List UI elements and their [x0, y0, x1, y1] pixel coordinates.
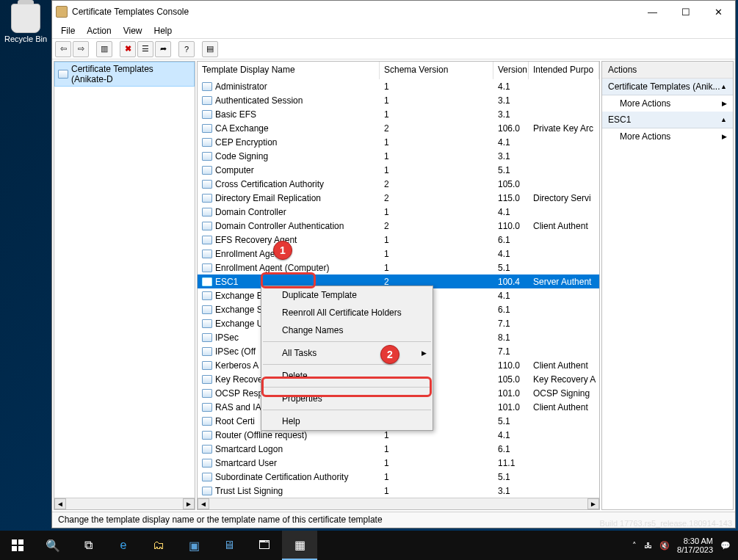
- context-menu-item[interactable]: Duplicate Template: [261, 286, 433, 304]
- template-schema: 2: [380, 179, 493, 189]
- certificate-templates-window: Certificate Templates Console — ☐ ✕ File…: [51, 0, 736, 528]
- clock[interactable]: 8:30 AM 8/17/2023: [677, 537, 713, 554]
- close-button[interactable]: ✕: [702, 1, 735, 23]
- show-hide-button[interactable]: ▥: [96, 41, 112, 57]
- minimize-button[interactable]: —: [636, 1, 669, 23]
- menu-file[interactable]: File: [55, 24, 81, 37]
- template-name: Trust List Signing: [215, 486, 283, 496]
- template-schema: 1: [380, 151, 493, 161]
- context-menu-item[interactable]: Delete: [261, 367, 433, 385]
- explorer-icon[interactable]: 🗂: [141, 531, 176, 560]
- actions-more-1[interactable]: More Actions ▶: [602, 95, 733, 112]
- table-row[interactable]: EFS Recovery Agent16.1: [198, 233, 599, 247]
- app1-icon[interactable]: ▣: [176, 531, 211, 560]
- task-view-icon[interactable]: ⧉: [70, 531, 106, 560]
- callout-badge-1: 1: [273, 241, 292, 260]
- table-row[interactable]: Cross Certification Authority2105.0: [198, 177, 599, 191]
- network-icon[interactable]: 🖧: [644, 541, 652, 550]
- template-purpose: Key Recovery A: [529, 374, 599, 385]
- table-row[interactable]: Enrollment Agent14.1: [198, 247, 599, 261]
- extra-button[interactable]: ▤: [202, 41, 218, 57]
- context-menu-item[interactable]: Properties: [261, 390, 433, 407]
- context-menu-item[interactable]: Change Names: [261, 321, 433, 339]
- certificate-icon: [202, 375, 212, 384]
- app3-icon[interactable]: 🗔: [247, 531, 282, 560]
- ie-icon[interactable]: e: [106, 531, 141, 560]
- table-row[interactable]: Domain Controller14.1: [198, 205, 599, 219]
- table-row[interactable]: Directory Email Replication2115.0Directo…: [198, 191, 599, 205]
- actions-group-templates[interactable]: Certificate Templates (Anik... ▲: [602, 79, 733, 95]
- certificate-icon: [202, 110, 212, 119]
- table-row[interactable]: Subordinate Certification Authority15.1: [198, 470, 599, 484]
- template-version: 106.0: [493, 123, 529, 134]
- template-name: Key Recove: [215, 374, 263, 385]
- table-row[interactable]: Smartcard User111.1: [198, 456, 599, 470]
- tray-chevron-icon[interactable]: ˄: [632, 541, 637, 550]
- notifications-icon[interactable]: 💬: [720, 541, 731, 550]
- table-row[interactable]: Domain Controller Authentication2110.0Cl…: [198, 219, 599, 233]
- start-button[interactable]: [0, 531, 35, 560]
- help-button[interactable]: ?: [178, 41, 195, 57]
- certificate-icon: [202, 459, 212, 468]
- back-button[interactable]: ⇦: [55, 41, 71, 57]
- table-row[interactable]: Code Signing13.1: [198, 149, 599, 163]
- table-row[interactable]: CA Exchange2106.0Private Key Arc: [198, 121, 599, 135]
- template-name: ESC1: [215, 277, 238, 287]
- menu-help[interactable]: Help: [148, 24, 178, 37]
- template-purpose: Server Authent: [529, 277, 599, 287]
- mmc-icon[interactable]: ▦: [282, 531, 317, 560]
- collapse-icon: ▲: [720, 116, 727, 123]
- app2-icon[interactable]: 🖥: [211, 531, 247, 560]
- table-row[interactable]: Authenticated Session13.1: [198, 93, 599, 107]
- actions-more-2[interactable]: More Actions ▶: [602, 128, 733, 145]
- delete-button[interactable]: ✖: [120, 41, 136, 57]
- scroll-right-icon[interactable]: ►: [587, 498, 599, 509]
- scroll-left-icon[interactable]: ◄: [198, 498, 209, 509]
- tree-pane[interactable]: Certificate Templates (Anikate-D ◄ ►: [54, 61, 195, 510]
- svg-rect-1: [18, 539, 23, 545]
- table-row[interactable]: Enrollment Agent (Computer)15.1: [198, 261, 599, 274]
- table-row[interactable]: CEP Encryption14.1: [198, 135, 599, 149]
- menu-view[interactable]: View: [117, 24, 148, 37]
- template-schema: 1: [380, 165, 493, 175]
- tree-root-item[interactable]: Certificate Templates (Anikate-D: [54, 62, 195, 87]
- actions-group-esc1[interactable]: ESC1 ▲: [602, 112, 733, 128]
- context-menu-item[interactable]: Help: [261, 412, 433, 430]
- certificate-icon: [202, 250, 212, 258]
- table-row[interactable]: Basic EFS13.1: [198, 107, 599, 121]
- titlebar[interactable]: Certificate Templates Console — ☐ ✕: [52, 1, 735, 23]
- table-row[interactable]: Smartcard Logon16.1: [198, 442, 599, 456]
- menu-action[interactable]: Action: [81, 24, 117, 37]
- search-icon[interactable]: 🔍: [35, 531, 70, 560]
- certificate-icon: [202, 166, 212, 175]
- context-menu-item[interactable]: Reenroll All Certificate Holders: [261, 304, 433, 321]
- col-schema[interactable]: Schema Version: [380, 62, 493, 79]
- list-h-scrollbar[interactable]: ◄ ►: [198, 498, 599, 509]
- taskbar[interactable]: 🔍 ⧉ e 🗂 ▣ 🖥 🗔 ▦ ˄ 🖧 🔇 8:30 AM 8/17/2023 …: [0, 531, 738, 560]
- system-tray[interactable]: ˄ 🖧 🔇 8:30 AM 8/17/2023 💬: [625, 537, 738, 554]
- col-purpose[interactable]: Intended Purpo: [529, 62, 599, 79]
- template-purpose: Client Authent: [529, 402, 599, 412]
- maximize-button[interactable]: ☐: [669, 1, 702, 23]
- table-row[interactable]: Trust List Signing13.1: [198, 484, 599, 498]
- col-name[interactable]: Template Display Name: [198, 62, 380, 79]
- tree-h-scrollbar[interactable]: ◄ ►: [54, 498, 195, 509]
- certificate-icon: [202, 138, 212, 147]
- col-version[interactable]: Version: [493, 62, 529, 79]
- forward-button[interactable]: ⇨: [73, 41, 89, 57]
- export-button[interactable]: ➦: [155, 41, 171, 57]
- build-label: Build 17763.rs5_release.180914-143: [600, 519, 732, 528]
- template-name: Administrator: [215, 81, 267, 92]
- template-schema: 1: [380, 263, 493, 273]
- scroll-right-icon[interactable]: ►: [183, 498, 195, 509]
- table-row[interactable]: Administrator14.1: [198, 79, 599, 93]
- context-menu-item[interactable]: All Tasks: [261, 344, 433, 362]
- volume-icon[interactable]: 🔇: [659, 541, 670, 550]
- properties-button[interactable]: ☰: [137, 41, 153, 57]
- scroll-left-icon[interactable]: ◄: [54, 498, 66, 509]
- tree-root-label: Certificate Templates (Anikate-D: [71, 64, 191, 84]
- template-name: Authenticated Session: [215, 95, 303, 106]
- recycle-bin[interactable]: Recycle Bin: [4, 4, 48, 43]
- template-version: 4.1: [493, 430, 529, 440]
- table-row[interactable]: Computer15.1: [198, 163, 599, 177]
